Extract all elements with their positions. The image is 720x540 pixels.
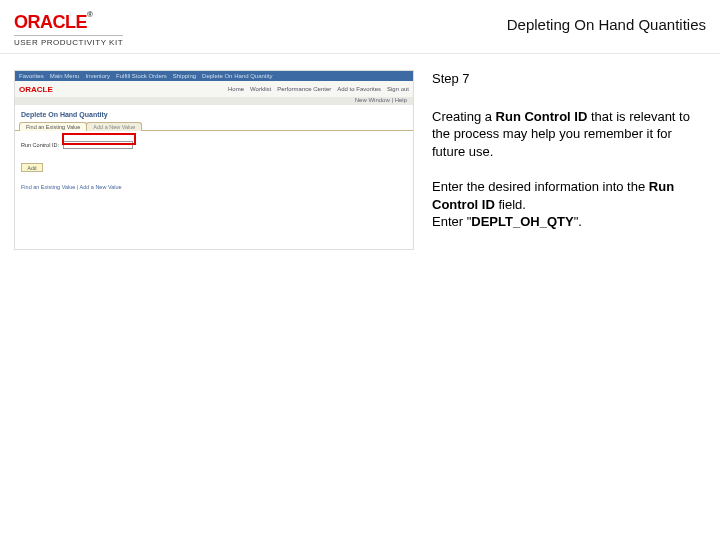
text: Creating a — [432, 109, 496, 124]
brand-main: ORACLE — [14, 12, 87, 32]
ss-field-row: Run Control ID: — [15, 131, 413, 155]
ss-oracle-logo: ORACLE — [19, 85, 53, 94]
text: ". — [574, 214, 582, 229]
ss-header-links: Home Worklist Performance Center Add to … — [228, 86, 409, 92]
page-title: Depleting On Hand Quantities — [507, 12, 706, 33]
ss-crumb: Main Menu — [50, 73, 80, 79]
content-area: Favorites Main Menu Inventory Fulfill St… — [0, 54, 720, 266]
page-header: ORACLE® USER PRODUCTIVITY KIT Depleting … — [0, 0, 720, 54]
trademark-icon: ® — [87, 10, 92, 19]
brand-block: ORACLE® USER PRODUCTIVITY KIT — [14, 12, 123, 47]
ss-link: Add to Favorites — [337, 86, 381, 92]
ss-brand-row: ORACLE Home Worklist Performance Center … — [15, 81, 413, 97]
ss-crumb: Shipping — [173, 73, 196, 79]
ss-tab-existing: Find an Existing Value — [19, 122, 87, 131]
text: Enter " — [432, 214, 471, 229]
ss-link: Performance Center — [277, 86, 331, 92]
text: field. — [495, 197, 526, 212]
ss-tab-new: Add a New Value — [86, 122, 142, 131]
instruction-panel: Step 7 Creating a Run Control ID that is… — [432, 70, 706, 250]
ss-link: Sign out — [387, 86, 409, 92]
run-control-id-input[interactable] — [63, 141, 133, 149]
ss-crumb: Inventory — [85, 73, 110, 79]
instruction-para-2: Enter the desired information into the R… — [432, 178, 706, 231]
ss-page-heading: Deplete On Hand Quantity — [15, 105, 413, 122]
text: Enter the desired information into the — [432, 179, 649, 194]
bold-text: DEPLT_OH_QTY — [471, 214, 573, 229]
bold-text: Run Control ID — [496, 109, 588, 124]
step-label: Step 7 — [432, 70, 706, 88]
embedded-screenshot: Favorites Main Menu Inventory Fulfill St… — [14, 70, 414, 250]
ss-subbar: New Window | Help — [15, 97, 413, 105]
ss-link: Home — [228, 86, 244, 92]
ss-breadcrumb-bar: Favorites Main Menu Inventory Fulfill St… — [15, 71, 413, 81]
oracle-logo: ORACLE® — [14, 12, 123, 33]
brand-subtitle: USER PRODUCTIVITY KIT — [14, 35, 123, 47]
ss-crumb: Fulfill Stock Orders — [116, 73, 167, 79]
ss-footer-links: Find an Existing Value | Add a New Value — [15, 180, 413, 194]
ss-field-label: Run Control ID: — [21, 142, 59, 148]
ss-crumb: Deplete On Hand Quantity — [202, 73, 272, 79]
instruction-para-1: Creating a Run Control ID that is releva… — [432, 108, 706, 161]
ss-link: Worklist — [250, 86, 271, 92]
ss-crumb: Favorites — [19, 73, 44, 79]
add-button[interactable]: Add — [21, 163, 43, 172]
